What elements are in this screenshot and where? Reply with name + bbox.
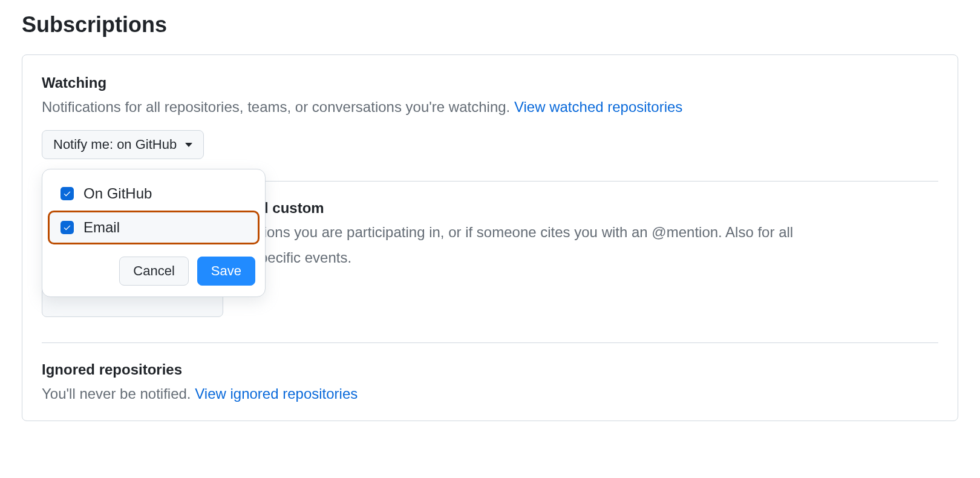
option-label: On GitHub: [83, 185, 152, 202]
save-button[interactable]: Save: [197, 257, 255, 286]
ignored-description: You'll never be notified. View ignored r…: [42, 383, 938, 405]
view-ignored-link[interactable]: View ignored repositories: [195, 385, 358, 402]
watching-section: Watching Notifications for all repositor…: [42, 74, 938, 159]
ignored-title: Ignored repositories: [42, 361, 938, 378]
popover-actions: Cancel Save: [50, 257, 258, 286]
watching-title: Watching: [42, 74, 938, 91]
notify-options-popover: On GitHub Email Cancel Save: [42, 169, 266, 297]
notify-me-dropdown[interactable]: Notify me: on GitHub: [42, 130, 204, 159]
option-on-github[interactable]: On GitHub: [50, 177, 258, 211]
ignored-desc-text: You'll never be notified.: [42, 385, 195, 402]
watching-description: Notifications for all repositories, team…: [42, 96, 938, 118]
checkbox-checked-icon[interactable]: [60, 221, 74, 234]
page-title: Subscriptions: [22, 12, 958, 38]
notify-dropdown-wrapper: Notify me: on GitHub On GitHub Email: [42, 130, 204, 159]
checkbox-checked-icon[interactable]: [60, 187, 74, 200]
watching-desc-text: Notifications for all repositories, team…: [42, 99, 514, 115]
option-email[interactable]: Email: [48, 211, 260, 244]
option-label: Email: [83, 219, 120, 236]
ignored-section: Ignored repositories You'll never be not…: [42, 361, 938, 405]
caret-down-icon: [185, 143, 192, 147]
notify-dropdown-label: Notify me: on GitHub: [53, 137, 177, 152]
subscriptions-panel: Watching Notifications for all repositor…: [22, 54, 958, 421]
divider: [42, 342, 938, 343]
view-watched-link[interactable]: View watched repositories: [514, 99, 682, 115]
cancel-button[interactable]: Cancel: [119, 257, 188, 286]
